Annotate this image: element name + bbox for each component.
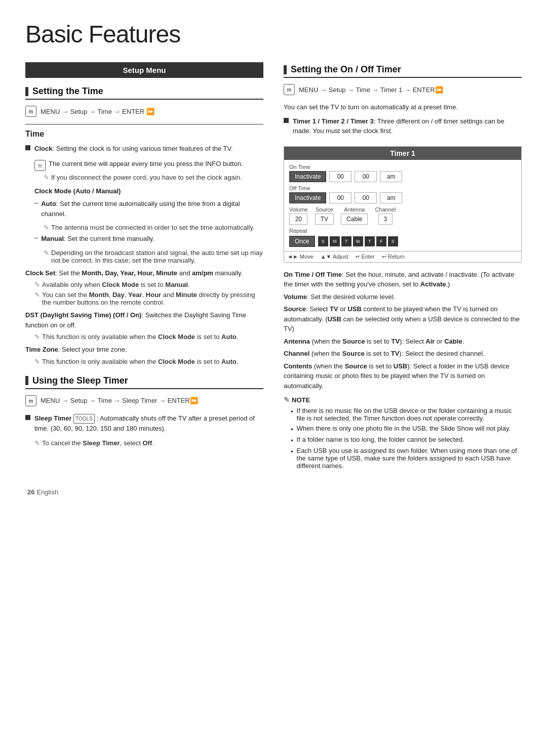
section-bar2 <box>25 376 28 385</box>
auto-note: ✎ The antenna must be connected in order… <box>44 224 263 231</box>
sleep-timer-bullet: Sleep Timer TOOLS : Automatically shuts … <box>25 413 263 447</box>
on-time-label: On Time <box>289 164 516 170</box>
time-zone-text: Time Zone: Select your time zone. <box>25 345 263 355</box>
sleep-timer-title: Using the Sleep Timer <box>32 375 128 386</box>
right-column: Setting the On / Off Timer m MENU → Setu… <box>284 62 522 496</box>
note-bullet-2: • When there is only one photo file in t… <box>291 425 522 433</box>
tools-icon: TOOLS <box>73 414 95 424</box>
page-title: Basic Features <box>25 20 522 48</box>
note-bullets: • If there is no music file on the USB d… <box>291 407 522 470</box>
setup-menu-bar: Setup Menu <box>25 62 263 78</box>
pencil-icon8: ✎ <box>34 439 40 447</box>
note-bullet-4: • Each USB you use is assigned its own f… <box>291 447 522 470</box>
clock-mode-header: Clock Mode (Auto / Manual) <box>34 186 263 196</box>
clock-bullet: Clock: Setting the clock is for using va… <box>25 144 263 181</box>
nav-move: ◄► Move <box>287 254 314 260</box>
page-num-val: 26 <box>27 488 34 496</box>
setting-time-title: Setting the Time <box>32 86 103 97</box>
timer-title: Timer 1 <box>284 147 521 160</box>
note-dot-3: • <box>291 437 293 444</box>
page-lang-val: English <box>36 488 58 496</box>
on-ampm: am <box>380 171 402 182</box>
antenna-desc: Antenna (when the Source is set to TV): … <box>284 337 522 347</box>
contents-desc: Contents (when the Source is set to USB)… <box>284 361 522 391</box>
note-dot-1: • <box>291 408 293 415</box>
menu-icon: m <box>25 106 36 117</box>
off-time-row: Inactivate 00 00 am <box>289 192 516 203</box>
off-ampm: am <box>380 192 402 203</box>
repeat-days: S M T W T F S <box>318 236 398 246</box>
note-dot-2: • <box>291 426 293 433</box>
on-off-timer-title: Setting the On / Off Timer <box>291 64 401 75</box>
note-section: ✎ NOTE • If there is no music file on th… <box>284 396 522 470</box>
time-divider <box>25 124 263 124</box>
timer-repeat-row: Once S M T W T F S <box>289 236 516 247</box>
nav-enter: ↵ Enter <box>356 254 375 260</box>
pencil-icon: ✎ <box>44 174 49 181</box>
dst-note: ✎ This function is only available when t… <box>34 333 263 341</box>
note-header: ✎ NOTE <box>284 396 522 404</box>
manual-item: – Manual: Set the current time manually. <box>34 234 263 247</box>
antenna-val: Cable <box>341 214 368 225</box>
source-col: Source TV <box>315 206 334 225</box>
clock-set-note1: ✎ Available only when Clock Mode is set … <box>34 281 263 288</box>
bullet-square <box>25 145 30 150</box>
pencil-icon5: ✎ <box>34 291 40 299</box>
note-dot-4: • <box>291 448 293 455</box>
volume-desc: Volume: Set the desired volume level. <box>284 292 522 302</box>
on-inactivate: Inactivate <box>289 171 326 182</box>
pencil-icon2: ✎ <box>44 224 49 231</box>
timer-intro: You can set the TV to turn on automatica… <box>284 102 522 112</box>
nav-return: ↩ Return <box>382 254 405 260</box>
nav-adjust: ▲▼ Adjust <box>321 254 348 260</box>
pencil-icon3: ✎ <box>44 249 49 257</box>
sleep-timer-menu-path: m MENU → Setup → Time → Sleep Timer → EN… <box>25 395 263 406</box>
left-column: Setup Menu Setting the Time m MENU → Set… <box>25 62 263 496</box>
on-off-timer-header: Setting the On / Off Timer <box>284 64 522 78</box>
on-off-time-desc: On Time / Off Time: Set the hour, minute… <box>284 270 522 289</box>
day-sat: S <box>388 236 398 246</box>
repeat-label: Repeat <box>289 228 516 234</box>
off-inactivate: Inactivate <box>289 192 326 203</box>
source-val: TV <box>315 214 334 225</box>
on-time-row: Inactivate 00 00 am <box>289 171 516 182</box>
day-sun: S <box>318 236 328 246</box>
on-off-menu-icon: m <box>284 84 295 95</box>
timer-box: Timer 1 On Time Inactivate 00 00 am Off … <box>284 146 522 263</box>
clock-label: Clock <box>34 145 52 152</box>
day-tue: T <box>341 236 351 246</box>
sleep-menu-icon: m <box>25 395 36 406</box>
volume-col: Volume 20 <box>289 206 308 225</box>
clock-set-text: Clock Set: Set the Month, Day, Year, Hou… <box>25 268 263 278</box>
day-wed: W <box>353 236 363 246</box>
clock-set-note2: ✎ You can set the Month, Day, Year, Hour… <box>34 291 263 306</box>
channel-val: 3 <box>378 214 393 225</box>
clock-note1: m The current time will appear every tim… <box>34 160 263 171</box>
timer-vol-row: Volume 20 Source TV Antenna Cable Channe… <box>289 206 516 225</box>
info-icon: m <box>34 160 46 171</box>
setting-time-header: Setting the Time <box>25 86 263 100</box>
note-label: NOTE <box>292 396 310 404</box>
clock-note2: ✎ If you disconnect the power cord, you … <box>44 174 263 181</box>
time-zone-note: ✎ This function is only available when t… <box>34 358 263 365</box>
sleep-cancel-note: ✎ To cancel the Sleep Timer, select Off. <box>34 439 263 447</box>
channel-col: Channel 3 <box>375 206 396 225</box>
note-pencil-icon: ✎ <box>284 396 290 404</box>
timer-bullet: Timer 1 / Timer 2 / Timer 3: Three diffe… <box>284 116 522 139</box>
day-fri: F <box>376 236 386 246</box>
off-time-label: Off Time <box>289 185 516 191</box>
note-bullet-1: • If there is no music file on the USB d… <box>291 407 522 422</box>
section-bar <box>25 87 28 96</box>
once-val: Once <box>289 236 315 247</box>
day-thu: T <box>365 236 375 246</box>
note-bullet-3: • If a folder name is too long, the fold… <box>291 436 522 444</box>
section-bar3 <box>284 65 287 74</box>
timer-nav: ◄► Move ▲▼ Adjust ↵ Enter ↩ Return <box>284 251 521 262</box>
manual-note: ✎ Depending on the broadcast station and… <box>44 249 263 264</box>
pencil-icon7: ✎ <box>34 358 40 365</box>
page-number: 26English <box>25 487 263 496</box>
timer-bullet-sq <box>284 118 289 123</box>
pencil-icon4: ✎ <box>34 281 40 288</box>
setting-time-menu-path: m MENU → Setup → Time → ENTER ⏩ <box>25 106 263 117</box>
volume-val: 20 <box>289 214 307 225</box>
